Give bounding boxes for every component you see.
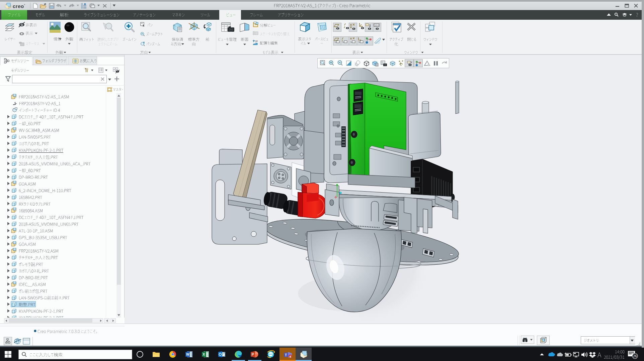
svg-text:yx: yx [255, 40, 258, 42]
svg-text:W: W [186, 353, 189, 356]
svg-text:4: 4 [290, 355, 291, 358]
svg-text:10.0: 10.0 [374, 24, 379, 26]
svg-text:26: 26 [633, 354, 637, 358]
svg-text:X: X [203, 353, 205, 356]
svg-text:P: P [252, 353, 254, 356]
svg-text:T: T [285, 353, 287, 357]
svg-text:creo°: creo° [13, 3, 25, 9]
